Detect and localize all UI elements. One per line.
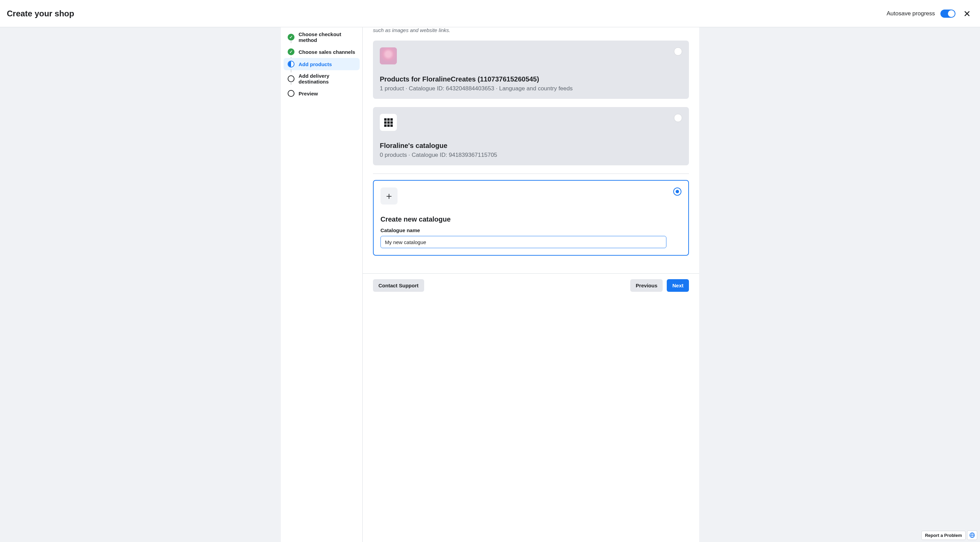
step-connector <box>291 82 291 84</box>
divider <box>373 173 689 174</box>
close-button[interactable] <box>961 8 973 20</box>
language-button[interactable] <box>967 531 977 540</box>
catalogue-thumbnail <box>380 48 397 65</box>
step-label: Add products <box>299 61 332 67</box>
catalogue-title: Floraline's catalogue <box>380 142 682 150</box>
previous-button[interactable]: Previous <box>630 279 663 292</box>
catalogue-radio[interactable] <box>674 114 682 122</box>
next-button[interactable]: Next <box>667 279 689 292</box>
half-circle-icon <box>288 61 294 68</box>
main-container: Choose checkout method Choose sales chan… <box>0 27 980 542</box>
step-connector <box>291 40 291 43</box>
step-label: Choose sales channels <box>299 49 355 55</box>
new-catalogue-title: Create new catalogue <box>380 216 681 223</box>
step-add-products[interactable]: Add products <box>283 58 360 70</box>
step-sales-channels[interactable]: Choose sales channels <box>283 46 360 58</box>
sidebar: Choose checkout method Choose sales chan… <box>281 27 363 542</box>
catalogue-meta: 1 product · Catalogue ID: 64320488440365… <box>380 85 682 92</box>
catalogue-name-input[interactable] <box>380 236 667 248</box>
page-title: Create your shop <box>7 9 74 18</box>
check-icon <box>288 34 294 41</box>
catalogue-card-products[interactable]: Products for FloralineCreates (110737615… <box>373 41 689 99</box>
autosave-label: Autosave progress <box>886 10 935 17</box>
step-label: Preview <box>299 91 318 97</box>
report-problem-button[interactable]: Report a Problem <box>921 531 966 540</box>
header-controls: Autosave progress <box>886 8 973 20</box>
create-new-catalogue-card[interactable]: ＋ Create new catalogue Catalogue name <box>373 180 689 256</box>
contact-support-button[interactable]: Contact Support <box>373 279 424 292</box>
catalogue-card-floraline[interactable]: Floraline's catalogue 0 products · Catal… <box>373 107 689 165</box>
catalogue-radio[interactable] <box>674 48 682 55</box>
content-wrapper: Choose checkout method Choose sales chan… <box>281 27 699 542</box>
step-label: Add delivery destinations <box>299 73 356 84</box>
step-checkout-method[interactable]: Choose checkout method <box>283 29 360 46</box>
catalogue-name-label: Catalogue name <box>380 227 681 233</box>
close-icon <box>964 10 970 17</box>
globe-icon <box>969 532 975 538</box>
catalogue-title: Products for FloralineCreates (110737615… <box>380 75 682 83</box>
truncated-description: such as images and website links. <box>373 27 689 35</box>
content-area[interactable]: such as images and website links. Produc… <box>363 27 699 542</box>
header: Create your shop Autosave progress <box>0 0 980 27</box>
step-label: Choose checkout method <box>299 32 356 43</box>
catalogue-meta: 0 products · Catalogue ID: 9418393671157… <box>380 152 682 158</box>
catalogue-radio-selected[interactable] <box>673 187 681 196</box>
footer: Contact Support Previous Next <box>363 273 699 297</box>
autosave-toggle[interactable] <box>940 10 955 18</box>
step-preview[interactable]: Preview <box>283 87 360 100</box>
content-inner: such as images and website links. Produc… <box>363 27 699 263</box>
step-delivery-destinations[interactable]: Add delivery destinations <box>283 70 360 87</box>
plus-icon: ＋ <box>384 190 394 203</box>
footer-nav: Previous Next <box>630 279 689 292</box>
check-icon <box>288 48 294 55</box>
circle-icon <box>288 90 294 97</box>
plus-thumbnail: ＋ <box>380 187 398 204</box>
catalogue-thumbnail <box>380 114 397 131</box>
circle-icon <box>288 75 294 82</box>
grid-icon <box>384 118 393 127</box>
